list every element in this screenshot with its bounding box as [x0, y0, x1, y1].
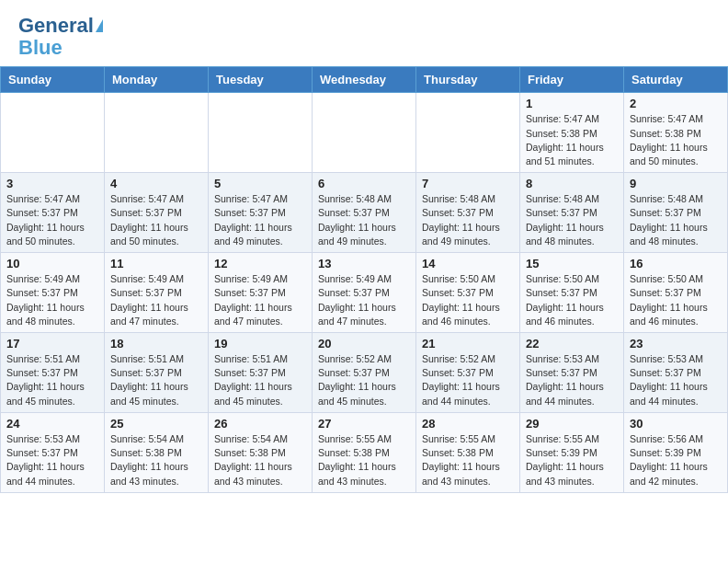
day-info: Sunrise: 5:55 AM Sunset: 5:38 PM Dayligh… [318, 432, 410, 488]
day-info: Sunrise: 5:48 AM Sunset: 5:37 PM Dayligh… [422, 192, 514, 248]
calendar-cell: 16Sunrise: 5:50 AM Sunset: 5:37 PM Dayli… [624, 253, 728, 333]
calendar-cell: 19Sunrise: 5:51 AM Sunset: 5:37 PM Dayli… [209, 333, 313, 413]
calendar-cell: 6Sunrise: 5:48 AM Sunset: 5:37 PM Daylig… [313, 173, 416, 253]
calendar-cell: 21Sunrise: 5:52 AM Sunset: 5:37 PM Dayli… [416, 333, 520, 413]
day-info: Sunrise: 5:48 AM Sunset: 5:37 PM Dayligh… [318, 192, 410, 248]
day-number: 2 [630, 97, 722, 110]
weekday-header-wednesday: Wednesday [313, 67, 416, 93]
weekday-header-saturday: Saturday [624, 67, 728, 93]
calendar-cell: 30Sunrise: 5:56 AM Sunset: 5:39 PM Dayli… [624, 412, 728, 492]
day-info: Sunrise: 5:55 AM Sunset: 5:39 PM Dayligh… [526, 432, 618, 488]
day-info: Sunrise: 5:49 AM Sunset: 5:37 PM Dayligh… [318, 272, 410, 328]
day-number: 29 [526, 417, 618, 431]
weekday-header-sunday: Sunday [1, 67, 105, 93]
calendar-cell: 7Sunrise: 5:48 AM Sunset: 5:37 PM Daylig… [416, 173, 520, 253]
day-info: Sunrise: 5:50 AM Sunset: 5:37 PM Dayligh… [630, 272, 722, 328]
day-number: 7 [422, 177, 514, 190]
day-info: Sunrise: 5:47 AM Sunset: 5:38 PM Dayligh… [630, 112, 722, 168]
day-info: Sunrise: 5:49 AM Sunset: 5:37 PM Dayligh… [6, 272, 98, 328]
day-info: Sunrise: 5:52 AM Sunset: 5:37 PM Dayligh… [318, 352, 410, 408]
calendar-week-row: 3Sunrise: 5:47 AM Sunset: 5:37 PM Daylig… [1, 173, 728, 253]
day-info: Sunrise: 5:47 AM Sunset: 5:37 PM Dayligh… [214, 192, 306, 248]
day-info: Sunrise: 5:53 AM Sunset: 5:37 PM Dayligh… [6, 432, 98, 488]
weekday-header-tuesday: Tuesday [209, 67, 313, 93]
day-number: 13 [318, 257, 410, 270]
day-info: Sunrise: 5:47 AM Sunset: 5:37 PM Dayligh… [6, 192, 98, 248]
day-info: Sunrise: 5:48 AM Sunset: 5:37 PM Dayligh… [526, 192, 618, 248]
day-info: Sunrise: 5:55 AM Sunset: 5:38 PM Dayligh… [422, 432, 514, 488]
calendar-cell [1, 93, 105, 173]
calendar-week-row: 10Sunrise: 5:49 AM Sunset: 5:37 PM Dayli… [1, 253, 728, 333]
day-info: Sunrise: 5:47 AM Sunset: 5:37 PM Dayligh… [110, 192, 202, 248]
calendar-cell: 24Sunrise: 5:53 AM Sunset: 5:37 PM Dayli… [1, 412, 105, 492]
calendar-table: SundayMondayTuesdayWednesdayThursdayFrid… [0, 66, 728, 492]
day-info: Sunrise: 5:51 AM Sunset: 5:37 PM Dayligh… [214, 352, 306, 408]
day-number: 3 [6, 177, 98, 190]
calendar-cell: 26Sunrise: 5:54 AM Sunset: 5:38 PM Dayli… [209, 412, 313, 492]
day-number: 24 [6, 417, 98, 431]
calendar-cell: 5Sunrise: 5:47 AM Sunset: 5:37 PM Daylig… [209, 173, 313, 253]
calendar-cell [105, 93, 209, 173]
day-info: Sunrise: 5:47 AM Sunset: 5:38 PM Dayligh… [526, 112, 618, 168]
calendar-cell: 4Sunrise: 5:47 AM Sunset: 5:37 PM Daylig… [105, 173, 209, 253]
calendar-cell: 15Sunrise: 5:50 AM Sunset: 5:37 PM Dayli… [520, 253, 624, 333]
calendar-cell [209, 93, 313, 173]
day-info: Sunrise: 5:51 AM Sunset: 5:37 PM Dayligh… [6, 352, 98, 408]
logo-general: General [18, 15, 94, 37]
calendar-cell: 28Sunrise: 5:55 AM Sunset: 5:38 PM Dayli… [416, 412, 520, 492]
day-number: 5 [214, 177, 306, 190]
day-number: 6 [318, 177, 410, 190]
day-info: Sunrise: 5:50 AM Sunset: 5:37 PM Dayligh… [526, 272, 618, 328]
calendar-cell: 25Sunrise: 5:54 AM Sunset: 5:38 PM Dayli… [105, 412, 209, 492]
weekday-header-monday: Monday [105, 67, 209, 93]
calendar-cell: 11Sunrise: 5:49 AM Sunset: 5:37 PM Dayli… [105, 253, 209, 333]
calendar-cell: 13Sunrise: 5:49 AM Sunset: 5:37 PM Dayli… [313, 253, 416, 333]
day-number: 16 [630, 257, 722, 270]
day-number: 20 [318, 337, 410, 350]
calendar-cell: 14Sunrise: 5:50 AM Sunset: 5:37 PM Dayli… [416, 253, 520, 333]
day-number: 19 [214, 337, 306, 350]
calendar-week-row: 1Sunrise: 5:47 AM Sunset: 5:38 PM Daylig… [1, 93, 728, 173]
day-number: 17 [6, 337, 98, 350]
calendar-cell: 22Sunrise: 5:53 AM Sunset: 5:37 PM Dayli… [520, 333, 624, 413]
day-number: 8 [526, 177, 618, 190]
logo-blue: Blue [18, 37, 63, 59]
calendar-cell [416, 93, 520, 173]
calendar-cell: 3Sunrise: 5:47 AM Sunset: 5:37 PM Daylig… [1, 173, 105, 253]
day-info: Sunrise: 5:50 AM Sunset: 5:37 PM Dayligh… [422, 272, 514, 328]
calendar-cell: 10Sunrise: 5:49 AM Sunset: 5:37 PM Dayli… [1, 253, 105, 333]
day-number: 10 [6, 257, 98, 270]
day-number: 9 [630, 177, 722, 190]
day-number: 28 [422, 417, 514, 431]
day-number: 27 [318, 417, 410, 431]
day-info: Sunrise: 5:51 AM Sunset: 5:37 PM Dayligh… [110, 352, 202, 408]
day-info: Sunrise: 5:53 AM Sunset: 5:37 PM Dayligh… [630, 352, 722, 408]
day-info: Sunrise: 5:56 AM Sunset: 5:39 PM Dayligh… [630, 432, 722, 488]
calendar-week-row: 24Sunrise: 5:53 AM Sunset: 5:37 PM Dayli… [1, 412, 728, 492]
day-number: 11 [110, 257, 202, 270]
day-info: Sunrise: 5:52 AM Sunset: 5:37 PM Dayligh… [422, 352, 514, 408]
calendar-cell: 17Sunrise: 5:51 AM Sunset: 5:37 PM Dayli… [1, 333, 105, 413]
day-number: 22 [526, 337, 618, 350]
calendar-cell: 23Sunrise: 5:53 AM Sunset: 5:37 PM Dayli… [624, 333, 728, 413]
day-number: 25 [110, 417, 202, 431]
calendar-cell: 9Sunrise: 5:48 AM Sunset: 5:37 PM Daylig… [624, 173, 728, 253]
logo-triangle-icon [96, 19, 103, 32]
calendar-cell: 20Sunrise: 5:52 AM Sunset: 5:37 PM Dayli… [313, 333, 416, 413]
day-number: 4 [110, 177, 202, 190]
calendar-cell: 2Sunrise: 5:47 AM Sunset: 5:38 PM Daylig… [624, 93, 728, 173]
logo: General Blue [18, 15, 103, 59]
calendar-cell: 27Sunrise: 5:55 AM Sunset: 5:38 PM Dayli… [313, 412, 416, 492]
weekday-header-thursday: Thursday [416, 67, 520, 93]
day-info: Sunrise: 5:49 AM Sunset: 5:37 PM Dayligh… [214, 272, 306, 328]
day-number: 26 [214, 417, 306, 431]
day-info: Sunrise: 5:54 AM Sunset: 5:38 PM Dayligh… [110, 432, 202, 488]
calendar-week-row: 17Sunrise: 5:51 AM Sunset: 5:37 PM Dayli… [1, 333, 728, 413]
weekday-header-friday: Friday [520, 67, 624, 93]
day-number: 1 [526, 97, 618, 110]
day-number: 12 [214, 257, 306, 270]
day-info: Sunrise: 5:49 AM Sunset: 5:37 PM Dayligh… [110, 272, 202, 328]
day-info: Sunrise: 5:54 AM Sunset: 5:38 PM Dayligh… [214, 432, 306, 488]
calendar-cell [313, 93, 416, 173]
calendar-cell: 18Sunrise: 5:51 AM Sunset: 5:37 PM Dayli… [105, 333, 209, 413]
